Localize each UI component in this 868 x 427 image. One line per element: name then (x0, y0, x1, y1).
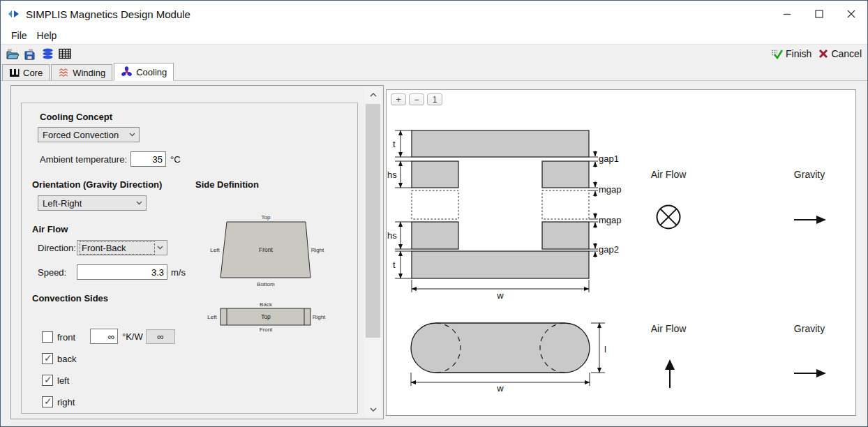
ambient-temperature-unit: °C (170, 154, 181, 165)
ambient-temperature-label: Ambient temperature: (40, 154, 127, 165)
airflow-up-arrow-icon (665, 359, 675, 388)
svg-text:Air Flow: Air Flow (651, 169, 687, 180)
coil-length-dimension (591, 323, 605, 373)
database-button[interactable] (39, 46, 56, 61)
svg-text:Front: Front (260, 327, 273, 333)
cancel-button[interactable]: Cancel (818, 48, 862, 59)
save-icon (24, 48, 36, 60)
coil-former-shape (411, 323, 590, 373)
svg-text:w: w (496, 290, 504, 301)
right-checkbox[interactable] (42, 396, 53, 407)
svg-text:hs: hs (387, 230, 397, 241)
scrollbar-thumb[interactable] (366, 104, 380, 338)
chevron-down-icon (133, 201, 144, 205)
side-definition-diagram: Top Left Front Right Bottom Back Left To… (204, 209, 336, 338)
airflow-direction-value: Front-Back (80, 242, 154, 254)
orientation-value: Left-Right (41, 197, 133, 209)
main-toolbar: Finish Cancel (1, 44, 867, 63)
speed-input[interactable] (77, 264, 167, 280)
front-infinity-button[interactable]: ∞ (146, 329, 175, 344)
speed-label: Speed: (38, 267, 66, 278)
orientation-select[interactable]: Left-Right (38, 195, 147, 211)
svg-text:Gravity: Gravity (794, 169, 825, 180)
svg-text:t: t (393, 139, 396, 149)
cooling-fan-icon (121, 66, 133, 77)
right-label: right (57, 397, 75, 407)
maximize-button[interactable] (803, 1, 835, 27)
left-label: left (57, 375, 69, 386)
direction-label: Direction: (38, 243, 76, 253)
front-label: front (57, 332, 75, 343)
tab-core[interactable]: Core (2, 64, 50, 80)
convection-sides-heading: Convection Sides (32, 293, 108, 304)
svg-text:Air Flow: Air Flow (651, 323, 687, 334)
svg-text:w: w (496, 383, 504, 394)
finish-button[interactable]: Finish (771, 48, 811, 59)
database-icon (42, 48, 54, 59)
svg-text:gap1: gap1 (599, 153, 619, 164)
app-window: SIMPLIS Magnetics Design Module File Hel… (0, 0, 868, 427)
left-checkbox[interactable] (42, 375, 53, 386)
tab-core-label: Core (23, 68, 43, 78)
core-cross-section (412, 130, 589, 278)
tab-bar: Core Winding Cooling (1, 63, 867, 81)
speed-unit: m/s (171, 267, 186, 278)
close-button[interactable] (835, 1, 867, 27)
menu-help[interactable]: Help (32, 29, 62, 43)
cancel-x-icon (818, 49, 828, 59)
save-button[interactable] (22, 46, 38, 61)
cooling-concept-value: Forced Convection (41, 129, 126, 141)
zoom-out-button[interactable]: − (409, 93, 424, 105)
diagram-zoom-toolbar: + − 1 (391, 93, 442, 105)
svg-text:Front: Front (259, 246, 273, 253)
svg-text:l: l (604, 344, 606, 354)
table-icon (59, 48, 71, 59)
open-icon (6, 48, 20, 60)
cooling-settings-panel: Cooling Concept Forced Convection Ambien… (10, 85, 384, 419)
cooling-concept-select[interactable]: Forced Convection (38, 127, 140, 142)
scroll-down-icon[interactable] (365, 403, 381, 417)
app-logo-icon (8, 9, 20, 19)
winding-window-dashed (412, 190, 589, 219)
winding-icon (58, 68, 69, 77)
tab-winding[interactable]: Winding (51, 64, 112, 80)
gravity-right-arrow-icon (794, 369, 826, 377)
left-dimension-lines (395, 130, 412, 278)
cancel-label: Cancel (831, 48, 862, 59)
scroll-up-icon[interactable] (365, 88, 381, 102)
airflow-direction-select[interactable]: Front-Back (77, 240, 167, 255)
gravity-right-arrow-icon (794, 216, 826, 224)
front-checkbox[interactable] (42, 331, 53, 343)
title-bar: SIMPLIS Magnetics Design Module (1, 1, 867, 27)
air-flow-heading: Air Flow (32, 224, 68, 234)
svg-text:Back: Back (260, 301, 273, 308)
side-definition-heading: Side Definition (195, 179, 259, 190)
zoom-100-button[interactable]: 1 (427, 93, 442, 105)
left-panel-scrollbar[interactable] (365, 88, 381, 417)
svg-text:Gravity: Gravity (794, 323, 825, 334)
front-resistance-unit: °K/W (122, 331, 143, 342)
diagram-panel: + − 1 (386, 89, 856, 416)
svg-text:Right: Right (313, 314, 326, 320)
gap-dimension-lines (589, 151, 598, 257)
open-button[interactable] (4, 46, 21, 61)
front-resistance-input[interactable] (90, 329, 118, 344)
table-button[interactable] (57, 46, 73, 61)
ambient-temperature-input[interactable] (130, 151, 166, 167)
svg-text:Bottom: Bottom (257, 281, 275, 287)
svg-text:gap2: gap2 (599, 244, 619, 255)
menu-file[interactable]: File (6, 29, 32, 43)
svg-text:hs: hs (387, 170, 397, 180)
window-title: SIMPLIS Magnetics Design Module (26, 8, 190, 20)
back-label: back (57, 354, 76, 364)
svg-text:Top: Top (261, 313, 271, 320)
chevron-down-icon (126, 133, 137, 137)
minimize-button[interactable] (771, 1, 803, 27)
svg-text:Top: Top (262, 214, 271, 220)
orientation-heading: Orientation (Gravity Direction) (32, 179, 162, 190)
tab-cooling[interactable]: Cooling (114, 63, 174, 81)
svg-text:Left: Left (207, 314, 217, 320)
back-checkbox[interactable] (42, 353, 53, 364)
cooling-concept-heading: Cooling Concept (40, 112, 112, 122)
zoom-in-button[interactable]: + (391, 93, 406, 105)
